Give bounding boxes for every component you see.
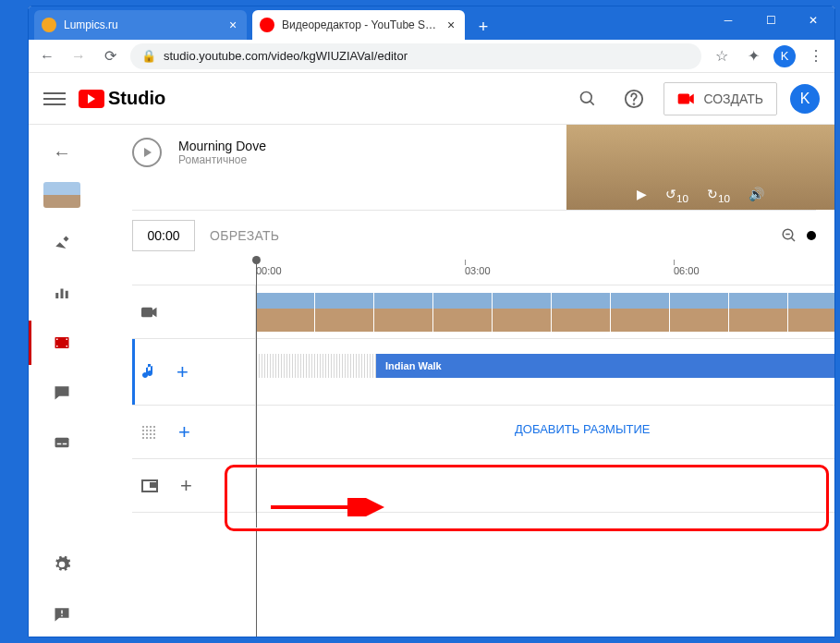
- omnibox[interactable]: 🔒 studio.youtube.com/video/kgWIUZIAVaI/e…: [130, 43, 701, 69]
- endscreen-track-head: +: [132, 459, 256, 512]
- time-tick: 06:00: [674, 265, 700, 276]
- blur-track-head: +: [132, 406, 256, 458]
- left-rail: ←: [29, 125, 95, 637]
- rail-feedback[interactable]: [29, 592, 95, 637]
- browser-tab[interactable]: Lumpics.ru ×: [34, 10, 247, 40]
- svg-point-33: [153, 433, 155, 435]
- audio-track-row: + Indian Walk: [132, 339, 834, 406]
- app-shell: Studio СОЗДАТЬ K ←: [29, 73, 834, 637]
- trim-button[interactable]: ОБРЕЗАТЬ: [210, 228, 279, 243]
- blur-icon: [141, 425, 156, 440]
- minimize-button[interactable]: ─: [707, 6, 749, 34]
- hamburger-icon[interactable]: [43, 88, 66, 110]
- video-clips[interactable]: [256, 293, 834, 332]
- track-info: Mourning Dove Романтичное: [178, 139, 266, 166]
- rewind-icon[interactable]: ↺10: [665, 187, 688, 204]
- blur-track-row: + ДОБАВИТЬ РАЗМЫТИЕ: [132, 406, 834, 459]
- time-tick: 03:00: [465, 265, 491, 276]
- rail-analytics[interactable]: [29, 271, 95, 315]
- play-button[interactable]: [132, 138, 162, 167]
- audio-clip-label: Indian Walk: [376, 354, 834, 378]
- lock-icon: 🔒: [141, 49, 156, 63]
- add-audio-button[interactable]: +: [177, 360, 189, 384]
- youtube-icon: [79, 90, 104, 108]
- rail-subtitles[interactable]: [29, 420, 95, 465]
- zoom-slider-handle[interactable]: [807, 231, 816, 240]
- svg-point-34: [142, 437, 144, 439]
- time-tick: 00:00: [256, 265, 282, 276]
- svg-rect-13: [55, 438, 69, 448]
- svg-rect-14: [57, 443, 62, 445]
- svg-point-30: [142, 433, 144, 435]
- endscreen-track-row: +: [132, 459, 834, 513]
- logo-text: Studio: [108, 88, 165, 109]
- help-icon[interactable]: [617, 82, 651, 115]
- rail-editor[interactable]: [29, 321, 95, 365]
- browser-window: Lumpics.ru × Видеоредактор - YouTube Stu…: [28, 6, 835, 637]
- menu-icon[interactable]: ⋮: [805, 45, 827, 67]
- nav-forward-button[interactable]: →: [67, 45, 90, 67]
- svg-point-36: [150, 437, 152, 439]
- close-button[interactable]: ✕: [792, 6, 834, 34]
- account-avatar[interactable]: K: [790, 84, 820, 114]
- svg-rect-5: [55, 293, 58, 298]
- svg-rect-10: [56, 346, 58, 347]
- add-blur-link[interactable]: ДОБАВИТЬ РАЗМЫТИЕ: [515, 422, 650, 436]
- preview-play-icon[interactable]: ▶: [637, 187, 647, 204]
- svg-rect-15: [63, 443, 67, 445]
- current-time[interactable]: 00:00: [132, 220, 195, 251]
- profile-avatar[interactable]: K: [773, 45, 796, 67]
- video-track-content[interactable]: [256, 285, 834, 338]
- annotation-arrow: [271, 498, 391, 516]
- endscreen-icon: [141, 479, 158, 492]
- svg-line-1: [590, 101, 594, 104]
- svg-point-3: [634, 103, 635, 104]
- add-blur-button[interactable]: +: [178, 420, 190, 444]
- volume-icon[interactable]: 🔊: [749, 187, 764, 204]
- rail-comments[interactable]: [29, 370, 95, 415]
- extension-icon[interactable]: ✦: [742, 45, 764, 67]
- back-arrow-icon[interactable]: ←: [45, 136, 79, 169]
- new-tab-button[interactable]: +: [470, 14, 496, 40]
- music-note-icon: [141, 364, 154, 381]
- svg-point-26: [142, 430, 144, 431]
- app-header: Studio СОЗДАТЬ K: [29, 73, 834, 125]
- star-icon[interactable]: ☆: [711, 45, 733, 67]
- camera-icon: [677, 92, 696, 105]
- search-icon[interactable]: [571, 82, 604, 115]
- time-ruler[interactable]: 00:00 03:00 06:00: [132, 260, 834, 285]
- svg-line-19: [791, 237, 795, 241]
- create-button[interactable]: СОЗДАТЬ: [663, 82, 777, 115]
- window-controls: ─ ☐ ✕: [707, 6, 834, 40]
- audio-track-content[interactable]: Indian Walk: [256, 339, 834, 405]
- playhead-handle[interactable]: [252, 256, 261, 264]
- audio-clip[interactable]: Indian Walk: [256, 354, 834, 378]
- video-preview[interactable]: ▶ ↺10 ↻10 🔊: [566, 125, 834, 210]
- playhead[interactable]: [256, 260, 257, 637]
- svg-point-28: [150, 430, 152, 431]
- svg-point-0: [581, 91, 592, 103]
- maximize-button[interactable]: ☐: [749, 6, 792, 34]
- rail-details[interactable]: [29, 221, 95, 265]
- favicon-icon: [260, 18, 274, 32]
- browser-tab-active[interactable]: Видеоредактор - YouTube Studi ×: [252, 10, 465, 40]
- reload-button[interactable]: ⟳: [99, 45, 121, 67]
- nav-back-button[interactable]: ←: [36, 45, 58, 67]
- rail-settings[interactable]: [29, 542, 95, 587]
- close-icon[interactable]: ×: [226, 18, 239, 31]
- svg-point-32: [150, 433, 152, 435]
- editor-main: Mourning Dove Романтичное 1:57 ▶ ↺10 ↻10…: [95, 125, 834, 637]
- close-icon[interactable]: ×: [444, 18, 457, 31]
- svg-point-23: [146, 426, 148, 428]
- svg-rect-9: [56, 339, 58, 341]
- forward-icon[interactable]: ↻10: [707, 187, 730, 204]
- svg-rect-12: [67, 346, 68, 347]
- studio-logo[interactable]: Studio: [79, 88, 165, 109]
- svg-point-22: [142, 426, 144, 428]
- svg-rect-11: [67, 339, 68, 341]
- zoom-out-icon[interactable]: [781, 227, 797, 244]
- video-thumbnail[interactable]: [43, 182, 80, 208]
- timeline: 00:00 03:00 06:00: [132, 260, 834, 637]
- add-endscreen-button[interactable]: +: [180, 474, 192, 498]
- camera-icon: [141, 306, 158, 319]
